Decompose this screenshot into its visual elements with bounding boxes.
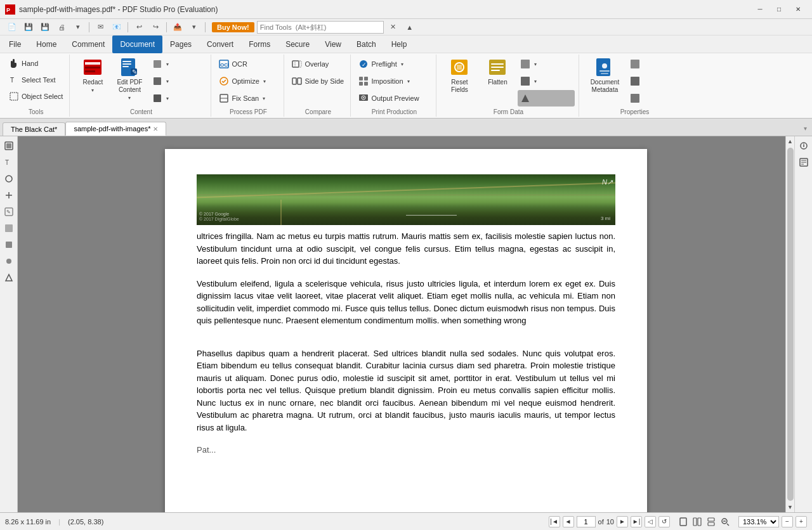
menu-help[interactable]: Help — [384, 36, 415, 53]
buy-now-button[interactable]: Buy Now! — [212, 22, 254, 32]
page-number-input[interactable] — [577, 516, 596, 527]
svg-rect-31 — [364, 82, 368, 86]
zoom-increase-button[interactable]: + — [796, 516, 807, 527]
qa-export-button[interactable]: 📤 — [171, 20, 185, 34]
menu-batch[interactable]: Batch — [349, 36, 384, 53]
preflight-button[interactable]: ✓ Preflight ▾ — [356, 56, 432, 72]
zoom-out-button[interactable] — [719, 516, 731, 527]
content-area[interactable]: ▲ ▼ © 2017 Google © 2017 DigitalGlobe 3 — [18, 136, 794, 512]
content-small-buttons: ▾ ▾ ▾ — [150, 56, 207, 107]
qa-dropdown-button[interactable]: ▾ — [71, 20, 85, 34]
menu-secure[interactable]: Secure — [278, 36, 317, 53]
menu-comment[interactable]: Comment — [64, 36, 112, 53]
print-production-title: Print Production — [352, 108, 436, 115]
ls-btn-8[interactable] — [2, 254, 16, 268]
menu-file[interactable]: File — [1, 36, 29, 53]
tab-black-cat[interactable]: The Black Cat* — [3, 122, 65, 136]
reset-fields-button[interactable]: ResetFields — [442, 56, 477, 95]
imposition-button[interactable]: Imposition ▾ — [356, 73, 432, 89]
menu-home[interactable]: Home — [29, 36, 64, 53]
svg-rect-38 — [491, 63, 504, 65]
last-page-button[interactable]: ►| — [631, 516, 642, 527]
ribbon-group-process: OCR OCR Optimize ▾ — [213, 55, 284, 117]
zoom-decrease-button[interactable]: − — [782, 516, 793, 527]
props-sm2[interactable] — [627, 73, 684, 89]
qa-save-button[interactable]: 💾 — [22, 20, 36, 34]
prev-page-button[interactable]: ◄ — [563, 516, 574, 527]
side-by-side-button[interactable]: Side by Side — [289, 73, 346, 89]
two-page-view[interactable] — [691, 516, 703, 527]
tab-bar-close[interactable]: ▾ — [801, 122, 809, 134]
scroll-thumb[interactable] — [787, 148, 794, 501]
qa-email-button[interactable]: ✉ — [93, 20, 107, 34]
qa-help-button[interactable]: ✕ — [386, 20, 400, 34]
form-data-sm2[interactable]: ▾ — [518, 73, 575, 89]
qa-redo-button[interactable]: ↪ — [148, 20, 162, 34]
ls-btn-2[interactable]: T — [2, 155, 16, 169]
left-sidebar: T ✎ — [0, 136, 18, 512]
ls-btn-9[interactable] — [2, 271, 16, 285]
props-sm3[interactable] — [627, 90, 684, 107]
qa-email2-button[interactable]: 📧 — [110, 20, 124, 34]
edit-pdf-content-button[interactable]: ✎ Edit PDFContent ▾ — [112, 56, 147, 102]
reset-fields-icon — [449, 57, 469, 77]
tab-close-button[interactable]: ✕ — [153, 126, 158, 132]
ls-btn-7[interactable] — [2, 238, 16, 252]
rs-btn-1[interactable] — [797, 139, 811, 153]
content-small-3[interactable]: ▾ — [150, 90, 207, 107]
ls-btn-3[interactable] — [2, 172, 16, 186]
menu-convert[interactable]: Convert — [199, 36, 241, 53]
rs-btn-2[interactable] — [797, 155, 811, 169]
scroll-up-button[interactable]: ▲ — [785, 136, 794, 146]
ls-btn-6[interactable] — [2, 221, 16, 235]
ls-btn-5[interactable]: ✎ — [2, 205, 16, 219]
hand-tool[interactable]: Hand — [6, 56, 41, 71]
next-page-button[interactable]: ► — [617, 516, 628, 527]
svg-text:✎: ✎ — [132, 68, 137, 75]
single-page-view[interactable] — [678, 516, 689, 527]
output-preview-button[interactable]: Output Preview — [356, 90, 432, 107]
content-small-2[interactable]: ▾ — [150, 73, 207, 89]
qa-save2-button[interactable]: 💾 — [38, 20, 52, 34]
qa-export-dropdown[interactable]: ▾ — [187, 20, 201, 34]
redact-button[interactable]: Redact ▾ — [75, 56, 110, 94]
content-small-1[interactable]: ▾ — [150, 56, 207, 72]
nav-extra-1[interactable]: ◁ — [645, 516, 656, 527]
ls-btn-4[interactable] — [2, 188, 16, 202]
select-text-tool[interactable]: T Select Text — [6, 72, 58, 87]
ocr-button[interactable]: OCR OCR — [216, 56, 280, 72]
nav-extra-2[interactable]: ↺ — [658, 516, 670, 527]
first-page-button[interactable]: |◄ — [549, 516, 560, 527]
qa-undo-button[interactable]: ↩ — [132, 20, 146, 34]
scrollbar-vertical[interactable]: ▲ ▼ — [785, 136, 794, 512]
qa-expand-button[interactable]: ▲ — [403, 20, 417, 34]
props-sm1[interactable] — [627, 56, 684, 72]
minimize-button[interactable]: ─ — [751, 3, 769, 16]
maximize-button[interactable]: □ — [770, 3, 788, 16]
close-button[interactable]: ✕ — [789, 3, 807, 16]
content-sm-icon2 — [152, 76, 162, 86]
menu-forms[interactable]: Forms — [241, 36, 278, 53]
tab-sample-pdf[interactable]: sample-pdf-with-images* ✕ — [65, 122, 166, 136]
qa-print-button[interactable]: 🖨 — [55, 20, 69, 34]
fix-scan-button[interactable]: Fix Scan ▾ — [216, 90, 280, 107]
document-metadata-button[interactable]: DocumentMetadata — [584, 56, 625, 95]
zoom-select[interactable]: 133.1% 100% 150% 200% — [738, 516, 779, 527]
object-select-tool[interactable]: Object Select — [6, 89, 65, 104]
menu-pages[interactable]: Pages — [162, 36, 199, 53]
continuous-view[interactable] — [705, 516, 717, 527]
svg-rect-25 — [298, 78, 301, 84]
menu-document[interactable]: Document — [112, 36, 162, 53]
form-data-sm3[interactable] — [518, 90, 575, 107]
optimize-button[interactable]: Optimize ▾ — [216, 73, 280, 89]
ls-btn-1[interactable] — [2, 139, 16, 153]
menu-view[interactable]: View — [317, 36, 349, 53]
qa-open-button[interactable]: 📄 — [5, 20, 19, 34]
svg-text:T: T — [5, 159, 9, 166]
find-tools-input[interactable] — [257, 21, 384, 34]
hand-label: Hand — [22, 60, 38, 67]
scroll-down-button[interactable]: ▼ — [785, 502, 794, 512]
form-data-sm1[interactable]: ▾ — [518, 56, 575, 72]
overlay-button[interactable]: Overlay — [289, 56, 346, 72]
flatten-button[interactable]: Flatten — [480, 56, 515, 87]
